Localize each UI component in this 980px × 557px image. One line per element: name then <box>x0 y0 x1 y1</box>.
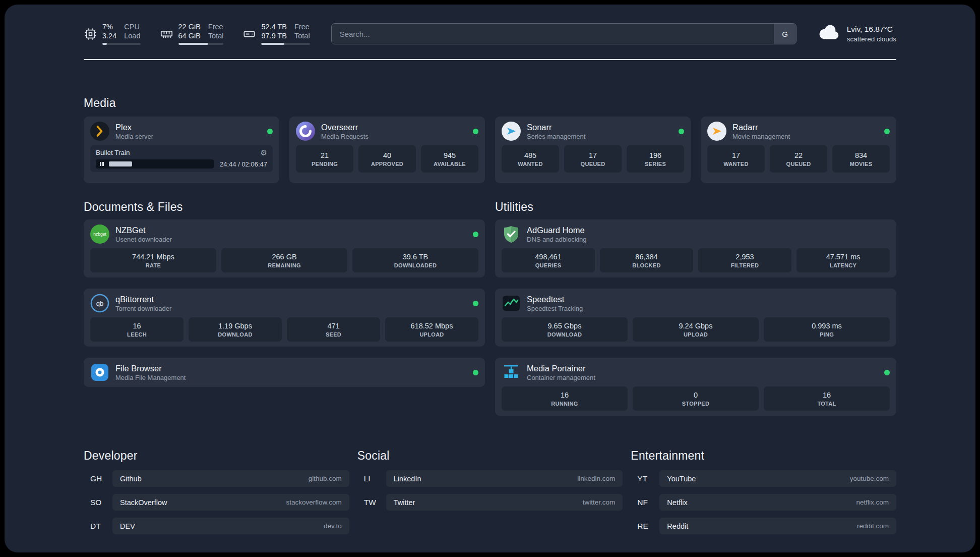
stat-tile: 22QUEUED <box>770 145 827 173</box>
cpu-progress-bar <box>102 43 141 45</box>
sonarr-icon <box>502 122 521 141</box>
bookmark-row: TW Twitter twitter.com <box>357 494 623 511</box>
stat-tile: 834MOVIES <box>832 145 890 173</box>
stat-tile: 1.19 GbpsDOWNLOAD <box>189 317 282 342</box>
stat-label: DOWNLOADED <box>394 262 437 268</box>
status-dot <box>473 301 478 306</box>
now-playing-title: Bullet Train <box>96 149 130 156</box>
status-dot <box>884 370 890 375</box>
stat-value: 471 <box>327 322 339 330</box>
service-card-adguard[interactable]: AdGuard Home DNS and adblocking 498,461Q… <box>495 219 896 277</box>
card-header: Speedtest Speedtest Tracking <box>502 294 890 313</box>
bookmark-link-dev[interactable]: DEV dev.to <box>112 518 349 534</box>
service-desc: Series management <box>527 133 585 140</box>
stat-tile: 0STOPPED <box>633 386 759 411</box>
stat-tile: 196SERIES <box>627 145 684 173</box>
bookmark-link-youtube[interactable]: YouTube youtube.com <box>659 470 896 487</box>
memory-free-label: Free <box>208 23 224 31</box>
cpu-label: CPU <box>124 23 140 31</box>
bookmark-name: Reddit <box>667 522 688 530</box>
stats-row: 17WANTED 22QUEUED 834MOVIES <box>707 145 890 173</box>
service-card-speedtest[interactable]: Speedtest Speedtest Tracking 9.65 GbpsDO… <box>495 289 896 347</box>
stat-label: REMAINING <box>268 262 301 268</box>
bookmark-link-reddit[interactable]: Reddit reddit.com <box>659 518 896 534</box>
service-desc: Torrent downloader <box>115 305 171 312</box>
stat-value: 16 <box>823 391 831 399</box>
portainer-icon <box>502 363 521 382</box>
service-card-plex[interactable]: Plex Media server Bullet Train ⚙ <box>84 117 279 183</box>
bookmark-row: DT DEV dev.to <box>84 518 349 534</box>
search-input[interactable] <box>331 23 797 44</box>
playback-time: 24:44 / 02:06:47 <box>220 160 267 168</box>
pause-icon[interactable] <box>100 162 104 166</box>
status-dot <box>473 129 478 134</box>
media-cards-row: Plex Media server Bullet Train ⚙ <box>84 117 896 183</box>
plex-now-playing: Bullet Train ⚙ 24:44 / 02:06:47 <box>90 145 273 172</box>
service-card-portainer[interactable]: Media Portainer Container management 16R… <box>495 358 896 416</box>
disk-free-value: 52.4 TB <box>261 23 287 31</box>
bookmark-abbr: GH <box>84 474 112 483</box>
stat-label: QUEUED <box>581 161 605 167</box>
service-desc: DNS and adblocking <box>527 236 587 243</box>
playback-progress-bar[interactable] <box>96 159 214 169</box>
bookmark-abbr: SO <box>84 498 112 507</box>
cpu-load-label: Load <box>124 32 140 40</box>
bookmark-row: LI LinkedIn linkedin.com <box>357 470 623 487</box>
section-title-documents: Documents & Files <box>84 200 485 214</box>
stat-value: 86,384 <box>635 253 657 261</box>
stat-label: SERIES <box>645 161 666 167</box>
stat-value: 485 <box>524 151 536 159</box>
bookmark-url: reddit.com <box>857 522 889 530</box>
bookmark-row: GH Github github.com <box>84 470 349 487</box>
stat-value: 1.19 Gbps <box>218 322 252 330</box>
filebrowser-icon <box>90 363 109 382</box>
service-card-qbittorrent[interactable]: qb qBittorrent Torrent downloader 16LEEC… <box>84 289 485 347</box>
stat-tile: 17WANTED <box>707 145 765 173</box>
bookmark-link-linkedin[interactable]: LinkedIn linkedin.com <box>386 470 623 487</box>
cpu-load-value: 3.24 <box>102 32 116 40</box>
service-card-overseerr[interactable]: Overseerr Media Requests 21PENDING 40APP… <box>289 117 485 183</box>
stat-value: 17 <box>732 151 740 159</box>
service-name: File Browser <box>115 363 186 373</box>
bookmark-link-stackoverflow[interactable]: StackOverflow stackoverflow.com <box>112 494 349 511</box>
bookmark-abbr: RE <box>631 522 659 531</box>
memory-widget: 22 GiB Free 64 GiB Total <box>160 23 224 45</box>
bookmark-abbr: TW <box>357 498 386 507</box>
utilities-column: Utilities AdGuard Home DNS and <box>495 200 896 416</box>
section-title-social: Social <box>357 449 623 463</box>
cloud-icon <box>818 24 841 43</box>
stat-tile: 16RUNNING <box>502 386 628 411</box>
bookmark-link-netflix[interactable]: Netflix netflix.com <box>659 494 896 511</box>
stat-label: AVAILABLE <box>434 161 466 167</box>
service-card-sonarr[interactable]: Sonarr Series management 485WANTED 17QUE… <box>495 117 691 183</box>
bookmark-link-twitter[interactable]: Twitter twitter.com <box>386 494 623 511</box>
nzbget-icon: nzbget <box>90 225 109 244</box>
stat-label: PING <box>820 331 834 338</box>
stat-value: 945 <box>444 151 456 159</box>
stat-value: 21 <box>321 151 329 159</box>
stats-row: 485WANTED 17QUEUED 196SERIES <box>502 145 684 173</box>
stat-value: 39.6 TB <box>403 253 428 261</box>
card-header: qb qBittorrent Torrent downloader <box>90 294 478 313</box>
service-card-filebrowser[interactable]: File Browser Media File Management <box>84 358 485 387</box>
stat-label: LATENCY <box>830 262 856 268</box>
bookmark-abbr: NF <box>631 498 659 507</box>
bookmark-row: NF Netflix netflix.com <box>631 494 896 511</box>
search-provider-button[interactable]: G <box>774 24 796 44</box>
service-card-nzbget[interactable]: nzbget NZBGet Usenet downloader 744.21 M… <box>84 219 485 277</box>
stat-label: UPLOAD <box>684 331 708 338</box>
section-title-developer: Developer <box>84 449 349 463</box>
section-title-media: Media <box>84 96 896 110</box>
disk-total-label: Total <box>294 32 310 40</box>
service-card-radarr[interactable]: Radarr Movie management 17WANTED 22QUEUE… <box>701 117 896 183</box>
status-dot <box>267 129 273 134</box>
memory-icon <box>160 27 173 41</box>
settings-gear-icon[interactable]: ⚙ <box>261 149 267 156</box>
stat-label: MOVIES <box>850 161 873 167</box>
stat-value: 9.24 Gbps <box>679 322 713 330</box>
service-name: Radarr <box>732 122 790 132</box>
bookmark-link-github[interactable]: Github github.com <box>112 470 349 487</box>
stat-tile: 9.65 GbpsDOWNLOAD <box>502 317 628 342</box>
service-desc: Usenet downloader <box>115 236 172 243</box>
stat-value: 498,461 <box>535 253 561 261</box>
